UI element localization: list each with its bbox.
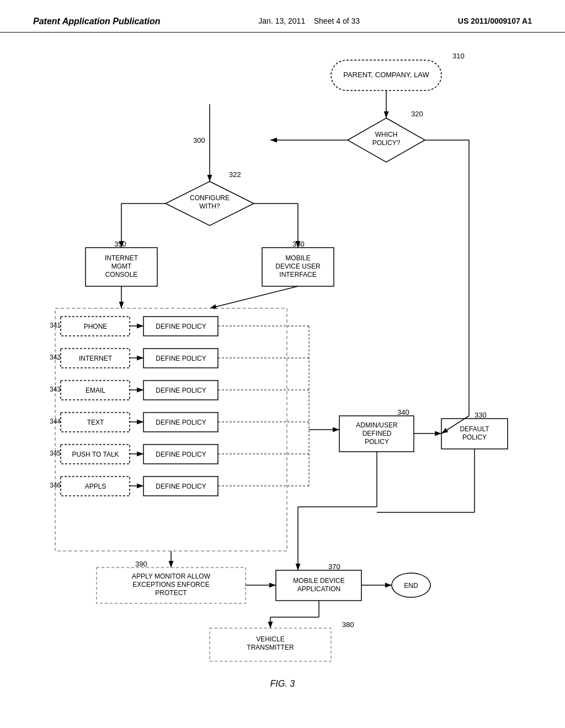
node-dp341-text: DEFINE POLICY (156, 323, 206, 330)
publication-date-sheet: Jan. 13, 2011 Sheet 4 of 33 (258, 17, 360, 25)
publication-title: Patent Application Publication (33, 17, 161, 26)
node-370-text1: MOBILE DEVICE (293, 577, 344, 585)
node-360-text2: DEVICE USER (275, 263, 321, 270)
ref-360: 360 (292, 240, 305, 248)
node-340-text1: ADMIN/USER (356, 421, 398, 429)
node-390-text3: PROTECT (155, 589, 187, 597)
ref-322: 322 (229, 170, 241, 179)
node-322-text1: CONFIGURE (190, 194, 230, 202)
node-342-text: INTERNET (79, 355, 113, 362)
ref-350: 350 (114, 240, 126, 248)
diagram-area: PARENT, COMPANY, LAW 310 WHICH POLICY? 3… (0, 33, 565, 705)
node-dp344-text: DEFINE POLICY (156, 419, 206, 426)
node-350-text1: INTERNET (105, 254, 138, 262)
ref-300: 300 (193, 136, 205, 144)
node-340-text3: POLICY (365, 438, 389, 446)
node-390-text1: APPLY MONITOR ALLOW (132, 572, 211, 580)
node-dp345-text: DEFINE POLICY (156, 451, 206, 458)
ref-310: 310 (452, 52, 465, 60)
node-310-text: PARENT, COMPANY, LAW (343, 71, 429, 79)
ref-342: 342 (50, 354, 61, 361)
page: Patent Application Publication Jan. 13, … (0, 0, 565, 728)
node-343-text: EMAIL (86, 387, 105, 394)
node-341-text: PHONE (84, 323, 108, 330)
node-end-text: END (404, 582, 418, 590)
node-380-text2: TRANSMITTER (247, 644, 294, 651)
pub-sheet: Sheet 4 of 33 (314, 17, 360, 25)
ref-346: 346 (50, 481, 61, 489)
node-360-text3: INTERFACE (279, 271, 316, 279)
svg-rect-16 (55, 308, 287, 551)
ref-320: 320 (411, 110, 423, 118)
node-dp342-text: DEFINE POLICY (156, 355, 206, 362)
ref-330: 330 (475, 411, 487, 419)
ref-343: 343 (50, 386, 61, 393)
node-320-text1: WHICH (375, 131, 398, 138)
node-350-text2: MGMT (111, 263, 132, 270)
node-360-text1: MOBILE (285, 254, 310, 262)
ref-390: 390 (135, 560, 147, 568)
svg-line-15 (210, 286, 298, 308)
publication-number: US 2011/0009107 A1 (458, 17, 532, 25)
ref-340: 340 (397, 408, 409, 416)
ref-341: 341 (50, 322, 61, 329)
node-344-text: TEXT (87, 419, 104, 426)
flowchart-svg: PARENT, COMPANY, LAW 310 WHICH POLICY? 3… (0, 33, 565, 705)
ref-370: 370 (328, 563, 340, 571)
node-dp343-text: DEFINE POLICY (156, 387, 206, 394)
ref-380: 380 (342, 620, 354, 629)
node-370-text2: APPLICATION (297, 585, 340, 593)
node-346-text: APPLS (85, 483, 106, 490)
ref-345: 345 (50, 449, 61, 457)
node-330-text1: DEFAULT (460, 425, 489, 433)
pub-date: Jan. 13, 2011 (258, 17, 305, 25)
figure-label: FIG. 3 (270, 679, 295, 689)
node-345-text: PUSH TO TALK (72, 451, 119, 458)
node-390-text2: EXCEPTIONS ENFORCE (132, 581, 209, 588)
node-320-text2: POLICY? (372, 139, 401, 147)
node-340-text2: DEFINED (363, 430, 392, 437)
node-dp346-text: DEFINE POLICY (156, 483, 206, 490)
node-330-text2: POLICY (462, 433, 487, 441)
node-350-text3: CONSOLE (105, 271, 138, 279)
ref-344: 344 (50, 417, 61, 425)
node-322-text2: WITH? (199, 202, 220, 210)
node-380-text1: VEHICLE (256, 635, 284, 643)
page-header: Patent Application Publication Jan. 13, … (0, 0, 565, 33)
